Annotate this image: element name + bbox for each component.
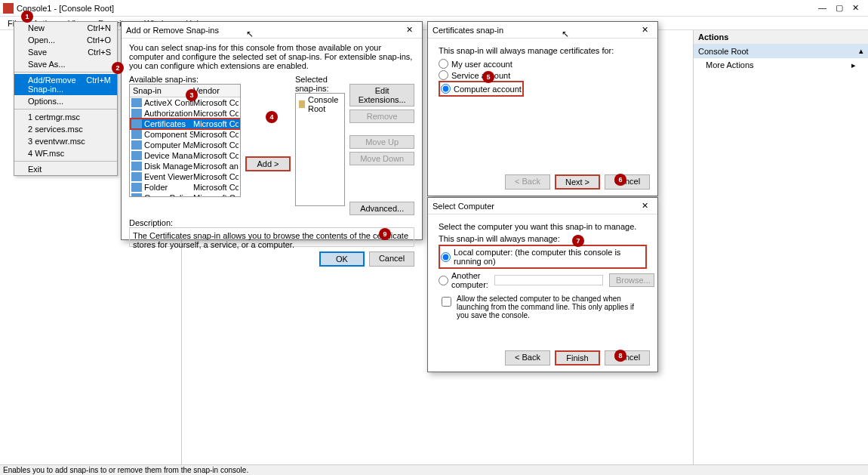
snapin-item[interactable]: Group Policy Object ...Microsoft Cor... xyxy=(130,193,240,197)
snapin-item[interactable]: Device ManagerMicrosoft Cor... xyxy=(130,150,240,161)
menu-exit[interactable]: Exit xyxy=(14,163,117,175)
certificates-snapin-dialog: Certificates snap-in ✕ This snap-in will… xyxy=(427,21,658,196)
cert-dialog-title: Certificates snap-in xyxy=(432,26,637,35)
callout-7: 7 xyxy=(572,235,584,247)
mmc-icon xyxy=(3,3,14,14)
menu-saveas[interactable]: Save As... xyxy=(14,58,117,70)
description-box: The Certificates snap-in allows you to b… xyxy=(129,227,414,247)
snapin-icon xyxy=(131,130,142,139)
cert-intro: This snap-in will always manage certific… xyxy=(439,46,647,55)
remove-button[interactable]: Remove xyxy=(349,109,414,123)
radio-another-computer[interactable]: Another computer: Browse... xyxy=(439,270,647,290)
menu-add-remove-snapin[interactable]: Add/Remove Snap-in...Ctrl+M xyxy=(14,74,117,95)
snapin-icon xyxy=(131,98,142,107)
select-comp-cancel-button[interactable]: Cancel xyxy=(605,350,650,366)
dialog-intro: You can select snap-ins for this console… xyxy=(129,43,414,70)
actions-more[interactable]: More Actions▸ xyxy=(694,58,868,72)
select-comp-title: Select Computer xyxy=(432,202,637,211)
select-comp-back-button[interactable]: < Back xyxy=(505,350,550,366)
cursor-icon-2: ↖ xyxy=(562,29,569,39)
move-up-button[interactable]: Move Up xyxy=(349,135,414,149)
cert-cancel-button[interactable]: Cancel xyxy=(605,174,650,190)
radio-local-computer[interactable]: Local computer: (the computer this conso… xyxy=(441,247,645,267)
cursor-icon: ↖ xyxy=(246,29,254,39)
radio-service-account[interactable]: Service account xyxy=(439,69,647,81)
callout-8: 8 xyxy=(614,350,626,362)
titlebar: Console1 - [Console Root] — ▢ ✕ xyxy=(0,0,868,17)
select-comp-finish-button[interactable]: Finish xyxy=(555,350,600,366)
menu-recent-2[interactable]: 2 services.msc xyxy=(14,123,117,135)
move-down-button[interactable]: Move Down xyxy=(349,152,414,165)
dialog-title: Add or Remove Snap-ins xyxy=(126,26,402,35)
radio-user-account[interactable]: My user account xyxy=(439,58,647,69)
menu-save[interactable]: SaveCtrl+S xyxy=(14,46,117,58)
snapin-item[interactable]: FolderMicrosoft Cor... xyxy=(130,182,240,193)
menu-open[interactable]: Open...Ctrl+O xyxy=(14,34,117,46)
cancel-button[interactable]: Cancel xyxy=(369,251,414,267)
select-comp-close[interactable]: ✕ xyxy=(637,201,653,211)
dialog-close-button[interactable]: ✕ xyxy=(402,25,417,35)
edit-extensions-button[interactable]: Edit Extensions... xyxy=(349,84,414,106)
cert-back-button[interactable]: < Back xyxy=(505,174,550,190)
browse-button[interactable]: Browse... xyxy=(609,273,654,287)
cert-next-button[interactable]: Next > xyxy=(555,174,600,190)
select-comp-intro: Select the computer you want this snap-i… xyxy=(439,222,647,231)
actions-pane: Actions Console Root▴ More Actions▸ xyxy=(693,30,868,464)
callout-6: 6 xyxy=(614,174,626,186)
callout-2: 2 xyxy=(112,62,124,74)
cert-dialog-close[interactable]: ✕ xyxy=(637,25,653,35)
snapin-item[interactable]: Disk ManagementMicrosoft and... xyxy=(130,161,240,171)
allow-change-checkbox[interactable]: Allow the selected computer to be change… xyxy=(439,295,647,319)
callout-1: 1 xyxy=(21,11,33,23)
menu-options[interactable]: Options... xyxy=(14,95,117,107)
selected-snapins-list[interactable]: Console Root xyxy=(295,93,345,206)
menu-recent-3[interactable]: 3 eventvwr.msc xyxy=(14,135,117,147)
collapse-icon: ▴ xyxy=(859,46,863,56)
snapin-icon xyxy=(131,140,142,150)
available-label: Available snap-ins: xyxy=(129,75,241,84)
file-dropdown: NewCtrl+N Open...Ctrl+O SaveCtrl+S Save … xyxy=(14,21,118,176)
snapin-icon xyxy=(131,162,142,171)
description-label: Description: xyxy=(129,218,414,227)
available-snapins-list[interactable]: Snap-inVendor ActiveX ControlMicrosoft C… xyxy=(129,84,241,197)
snapin-item[interactable]: CertificatesMicrosoft Cor... xyxy=(130,119,240,129)
snapin-item[interactable]: Event ViewerMicrosoft Cor... xyxy=(130,171,240,182)
console-root-node[interactable]: Console Root xyxy=(296,94,344,115)
window-title: Console1 - [Console Root] xyxy=(17,4,818,13)
snapin-item[interactable]: ActiveX ControlMicrosoft Cor... xyxy=(130,97,240,108)
callout-4: 4 xyxy=(266,111,278,123)
ok-button[interactable]: OK xyxy=(319,251,365,267)
add-remove-snapins-dialog: Add or Remove Snap-ins ✕ You can select … xyxy=(121,21,423,240)
another-computer-input[interactable] xyxy=(494,275,603,285)
menu-recent-1[interactable]: 1 certmgr.msc xyxy=(14,111,117,123)
menu-new[interactable]: NewCtrl+N xyxy=(14,22,117,34)
selected-label: Selected snap-ins: xyxy=(295,75,345,93)
maximize-button[interactable]: ▢ xyxy=(836,3,843,13)
snapin-icon xyxy=(131,119,142,128)
snapin-icon xyxy=(131,151,142,160)
folder-icon xyxy=(299,100,305,108)
snapin-item[interactable]: Authorization ManagerMicrosoft Cor... xyxy=(130,108,240,119)
snapin-icon xyxy=(131,193,142,197)
expand-icon: ▸ xyxy=(851,60,856,70)
snapin-icon xyxy=(131,172,142,181)
minimize-button[interactable]: — xyxy=(818,3,826,13)
callout-3: 3 xyxy=(186,89,198,101)
radio-computer-account[interactable]: Computer account xyxy=(441,83,522,94)
actions-console-root[interactable]: Console Root▴ xyxy=(694,44,868,58)
snapin-icon xyxy=(131,109,142,118)
select-comp-manage-label: This snap-in will always manage: xyxy=(439,234,647,243)
callout-5: 5 xyxy=(482,71,494,83)
actions-header: Actions xyxy=(694,30,868,44)
callout-9: 9 xyxy=(379,228,391,240)
close-button[interactable]: ✕ xyxy=(852,3,859,13)
advanced-button[interactable]: Advanced... xyxy=(349,202,414,215)
menu-recent-4[interactable]: 4 WF.msc xyxy=(14,147,117,159)
snapin-item[interactable]: Component ServicesMicrosoft Cor... xyxy=(130,129,240,140)
select-computer-dialog: Select Computer ✕ Select the computer yo… xyxy=(427,197,658,372)
snapin-icon xyxy=(131,183,142,192)
snapin-item[interactable]: Computer Managem...Microsoft Cor... xyxy=(130,140,240,150)
add-button[interactable]: Add > xyxy=(245,156,291,171)
status-bar: Enables you to add snap-ins to or remove… xyxy=(0,464,868,475)
